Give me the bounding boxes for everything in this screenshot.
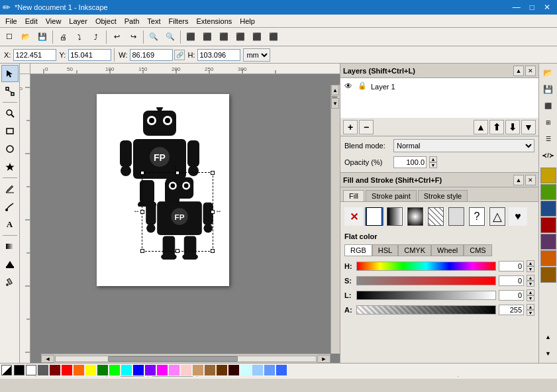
- unset-paint-button[interactable]: △: [488, 207, 507, 226]
- opacity-input[interactable]: [393, 156, 427, 168]
- hsl-tab[interactable]: HSL: [372, 244, 398, 256]
- rect-tool-button[interactable]: [1, 122, 19, 140]
- redo-button[interactable]: ↪: [125, 29, 141, 45]
- node-tool-button[interactable]: [1, 83, 19, 100]
- rt-align-button[interactable]: ⬛: [540, 98, 556, 114]
- align-right-button[interactable]: ⬛: [216, 29, 232, 45]
- color-swatch[interactable]: [121, 365, 132, 375]
- layer-to-top-button[interactable]: ⬆: [489, 120, 504, 134]
- a-increment[interactable]: ▲: [527, 304, 534, 310]
- layer-visibility-icon[interactable]: 👁: [344, 81, 355, 92]
- white-swatch[interactable]: [26, 365, 36, 375]
- layer-item[interactable]: 👁 🔒 Layer 1: [340, 78, 538, 95]
- black-swatch[interactable]: [14, 365, 25, 375]
- scroll-up-button[interactable]: ▲: [331, 85, 339, 95]
- layers-panel-collapse-button[interactable]: ▲: [513, 66, 524, 76]
- color-swatch[interactable]: [252, 365, 263, 375]
- menu-file[interactable]: File: [1, 16, 21, 26]
- rt-open-button[interactable]: 📂: [540, 65, 556, 81]
- menu-filters[interactable]: Filters: [165, 16, 193, 26]
- color-swatch[interactable]: [205, 365, 215, 375]
- h-scrollbar-thumb[interactable]: [108, 356, 238, 362]
- opacity-increment-button[interactable]: ▲: [429, 156, 437, 162]
- menu-extensions[interactable]: Extensions: [192, 16, 236, 26]
- color-swatch[interactable]: [38, 365, 48, 375]
- rt-scroll-down-button[interactable]: ▼: [540, 346, 556, 362]
- s-decrement[interactable]: ▼: [527, 281, 534, 287]
- y-input[interactable]: [68, 49, 111, 61]
- scroll-right-button[interactable]: ►: [317, 355, 330, 363]
- fill-stroke-collapse-button[interactable]: ▲: [513, 175, 524, 185]
- scroll-left-button[interactable]: ◄: [41, 355, 54, 363]
- pattern-fill-button[interactable]: [427, 207, 445, 226]
- color-swatch[interactable]: [109, 365, 120, 375]
- no-fill-button[interactable]: ✕: [344, 207, 363, 226]
- color-swatch[interactable]: [133, 365, 144, 375]
- layer-to-bottom-button[interactable]: ⬇: [505, 120, 520, 134]
- color-swatch[interactable]: [240, 365, 251, 375]
- opacity-decrement-button[interactable]: ▼: [429, 162, 437, 168]
- scroll-down-button[interactable]: ▼: [331, 98, 339, 109]
- layers-panel-close-button[interactable]: ✕: [525, 66, 536, 76]
- color-swatch[interactable]: [50, 365, 60, 375]
- rt-color7-button[interactable]: [540, 267, 556, 283]
- close-button[interactable]: ✕: [540, 0, 554, 15]
- add-layer-button[interactable]: +: [343, 120, 358, 134]
- swatch-button[interactable]: [447, 207, 466, 226]
- zoom-out-button[interactable]: 🔍: [162, 29, 178, 45]
- export-button[interactable]: ⤴: [88, 29, 104, 45]
- color-swatch[interactable]: [145, 365, 156, 375]
- text-tool-button[interactable]: A: [1, 216, 19, 233]
- align-bottom-button[interactable]: ⬛: [266, 29, 281, 45]
- select-tool-button[interactable]: [1, 65, 19, 82]
- menu-help[interactable]: Help: [236, 16, 259, 26]
- new-button[interactable]: ☐: [1, 29, 17, 45]
- horizontal-scrollbar[interactable]: ◄ ►: [41, 354, 330, 363]
- flat-color-button[interactable]: [365, 207, 383, 226]
- gradient-tool-button[interactable]: [1, 238, 19, 255]
- fill-tab[interactable]: Fill: [343, 190, 364, 201]
- remove-layer-button[interactable]: −: [359, 120, 374, 134]
- rt-color3-button[interactable]: [540, 201, 556, 217]
- import-button[interactable]: ⤵: [72, 29, 87, 45]
- canvas-area[interactable]: FP: [30, 74, 340, 363]
- x-input[interactable]: [13, 49, 56, 61]
- h-value-input[interactable]: [499, 261, 524, 271]
- canvas-container[interactable]: 0 50 100 150 200 250 300: [20, 64, 340, 363]
- fill-stroke-close-button[interactable]: ✕: [525, 175, 536, 185]
- eyedrop-tool-button[interactable]: [1, 273, 19, 291]
- print-button[interactable]: 🖨: [55, 29, 71, 45]
- window-controls[interactable]: — □ ✕: [509, 0, 554, 15]
- zoom-tool-button[interactable]: [1, 105, 19, 122]
- minimize-button[interactable]: —: [509, 0, 525, 15]
- rt-layers-button[interactable]: ☰: [540, 131, 556, 147]
- stroke-paint-tab[interactable]: Stroke paint: [366, 190, 417, 201]
- cmyk-tab[interactable]: CMYK: [398, 244, 431, 256]
- menu-path[interactable]: Path: [121, 16, 144, 26]
- v-scrollbar-thumb[interactable]: [332, 97, 337, 98]
- v-scrollbar-track[interactable]: [331, 96, 338, 97]
- stroke-style-tab[interactable]: Stroke style: [418, 190, 468, 201]
- layer-lock-icon[interactable]: 🔒: [358, 81, 368, 92]
- vertical-scrollbar[interactable]: ▲ ▼: [330, 85, 340, 354]
- a-value-input[interactable]: [499, 305, 524, 315]
- color-swatch[interactable]: [157, 365, 168, 375]
- linear-gradient-button[interactable]: [385, 207, 404, 226]
- a-slider[interactable]: [356, 305, 496, 315]
- color-swatch[interactable]: [193, 365, 203, 375]
- color-swatch[interactable]: [74, 365, 84, 375]
- heart-button[interactable]: ♥: [509, 207, 527, 226]
- h-increment[interactable]: ▲: [527, 260, 534, 266]
- rgb-tab[interactable]: RGB: [344, 244, 372, 256]
- menu-object[interactable]: Object: [91, 16, 121, 26]
- lock-aspect-button[interactable]: 🔗: [174, 50, 185, 60]
- h-slider[interactable]: [356, 262, 496, 271]
- s-increment[interactable]: ▲: [527, 275, 534, 281]
- color-swatch[interactable]: [169, 365, 179, 375]
- l-increment[interactable]: ▲: [527, 289, 534, 295]
- star-tool-button[interactable]: [1, 158, 19, 175]
- zoom-in-button[interactable]: 🔍: [146, 29, 162, 45]
- lower-layer-button[interactable]: ▼: [521, 120, 536, 134]
- h-decrement[interactable]: ▼: [527, 266, 534, 272]
- radial-gradient-button[interactable]: [406, 207, 425, 226]
